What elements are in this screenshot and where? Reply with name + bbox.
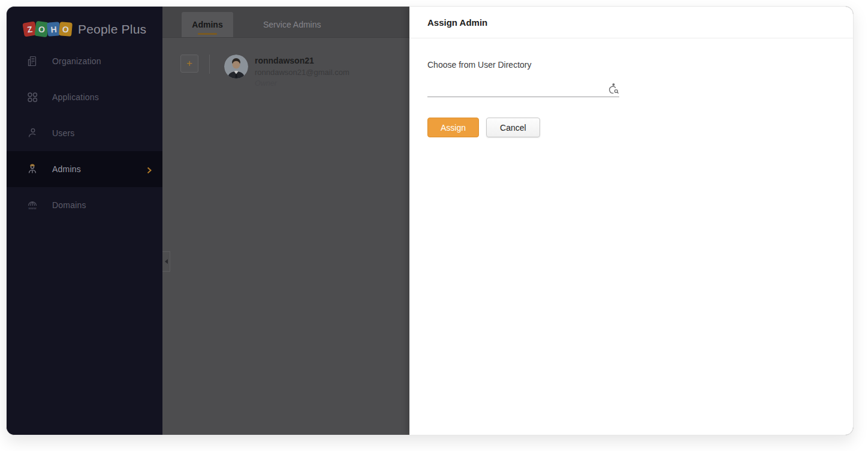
sidebar: Z O H O People Plus Organization <box>7 7 162 435</box>
tab-service-admins[interactable]: Service Admins <box>252 12 331 37</box>
tab-label: Admins <box>192 20 222 29</box>
chevron-left-icon <box>165 259 168 264</box>
user-directory-label: Choose from User Directory <box>427 60 836 70</box>
sidebar-item-label: Users <box>52 128 75 138</box>
zoho-people-plus-logo: Z O H O People Plus <box>7 7 162 41</box>
assign-button[interactable]: Assign <box>427 118 479 137</box>
zoho-logo-tiles: Z O H O <box>23 22 71 37</box>
active-tab-underline <box>198 33 217 35</box>
chevron-right-icon <box>146 166 153 173</box>
owner-name: ronndawson21 <box>255 56 349 65</box>
zoho-logo-letter: O <box>59 22 73 37</box>
admins-page-dimmed: Admins Service Admins + <box>162 7 409 435</box>
user-directory-input[interactable] <box>427 71 595 97</box>
admin-list-row: + ronndawson21 ronndawson21 <box>180 55 349 88</box>
sidebar-item-domains[interactable]: www Domains <box>7 187 162 223</box>
avatar <box>224 55 248 79</box>
add-admin-button[interactable]: + <box>180 55 198 73</box>
sidebar-item-label: Admins <box>52 164 81 174</box>
assign-admin-form: Choose from User Directory Assign Cancel <box>409 38 854 137</box>
tab-label: Service Admins <box>263 20 321 29</box>
sidebar-nav: Organization Applications <box>7 43 162 223</box>
owner-info: ronndawson21 ronndawson21@gmail.com Owne… <box>255 55 349 88</box>
sidebar-item-label: Domains <box>52 200 86 210</box>
user-search-icon[interactable] <box>606 82 619 94</box>
sidebar-item-label: Applications <box>52 92 99 102</box>
sidebar-item-admins[interactable]: Admins <box>7 151 162 187</box>
apps-grid-icon <box>26 91 38 103</box>
collapse-sidebar-handle[interactable] <box>162 251 170 272</box>
sidebar-item-organization[interactable]: Organization <box>7 43 162 79</box>
sidebar-item-users[interactable]: Users <box>7 115 162 151</box>
globe-www-icon: www <box>26 199 38 211</box>
owner-email: ronndawson21@gmail.com <box>255 68 349 77</box>
vertical-divider <box>209 55 210 74</box>
owner-role-badge: Owner <box>255 79 349 88</box>
zoho-logo-letter: H <box>47 22 61 37</box>
admins-tab-bar: Admins Service Admins <box>162 7 409 38</box>
cancel-button[interactable]: Cancel <box>486 118 540 137</box>
assign-admin-panel: Assign Admin Choose from User Directory … <box>409 7 854 435</box>
button-row: Assign Cancel <box>427 118 836 137</box>
sidebar-item-label: Organization <box>52 56 101 66</box>
panel-title: Assign Admin <box>427 17 487 28</box>
sidebar-item-applications[interactable]: Applications <box>7 79 162 115</box>
admin-person-icon <box>26 163 38 175</box>
svg-text:www: www <box>28 206 37 210</box>
building-icon <box>26 55 38 67</box>
app-window: Z O H O People Plus Organization <box>6 6 854 435</box>
tab-admins[interactable]: Admins <box>182 12 233 37</box>
app-title: People Plus <box>78 22 146 37</box>
panel-header: Assign Admin <box>409 7 854 38</box>
user-icon <box>26 127 38 139</box>
user-directory-field <box>427 71 619 97</box>
